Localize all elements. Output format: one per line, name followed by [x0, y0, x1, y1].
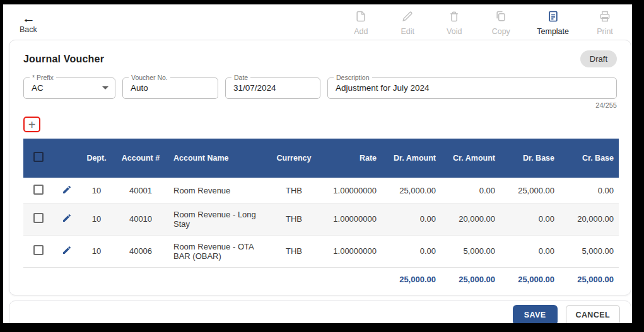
row-edit-pencil-icon[interactable]	[62, 215, 72, 225]
col-header-dr-amount: Dr. Amount	[382, 139, 441, 178]
date-label: Date	[231, 74, 250, 81]
row-checkbox[interactable]	[33, 185, 44, 195]
table-row: 10 40006 Room Revenue - OTA BAR (OBAR) T…	[23, 235, 619, 267]
total-cr-amount: 25,000.00	[441, 267, 500, 291]
cell-rate: 1.00000000	[319, 235, 382, 267]
col-header-dr-base: Dr. Base	[500, 139, 559, 178]
cell-dept: 10	[80, 235, 113, 267]
cell-dr-base: 0.00	[500, 235, 559, 267]
printer-icon	[599, 10, 611, 25]
back-button[interactable]: ← Back	[20, 12, 37, 34]
cell-cr-amount: 20,000.00	[441, 203, 500, 235]
cell-currency: THB	[269, 178, 319, 203]
col-header-cr-base: Cr. Base	[559, 139, 619, 178]
copy-label: Copy	[492, 27, 510, 36]
cell-account-name: Room Revenue - Long Stay	[168, 203, 269, 235]
col-header-account-name: Account Name	[168, 139, 269, 178]
cell-cr-amount: 0.00	[441, 178, 500, 203]
edit-label: Edit	[401, 27, 414, 36]
cell-account-no: 40001	[113, 178, 168, 203]
cell-dr-amount: 25,000.00	[382, 178, 441, 203]
prefix-select[interactable]: * Prefix AC	[23, 77, 115, 99]
cell-dr-base: 0.00	[500, 203, 559, 235]
add-line-button[interactable]: +	[23, 117, 40, 132]
copy-button[interactable]: Copy	[490, 10, 512, 36]
cell-dr-amount: 0.00	[382, 235, 441, 267]
void-label: Void	[447, 27, 462, 36]
journal-voucher-card: Journal Voucher Draft * Prefix AC Vouche…	[9, 40, 631, 295]
voucher-no-label: Voucher No.	[129, 74, 170, 81]
chevron-down-icon	[102, 86, 108, 89]
cancel-button[interactable]: CANCEL	[566, 305, 620, 323]
voucher-form: * Prefix AC Voucher No. Auto Date 31/07/…	[23, 77, 617, 99]
description-label: Description	[334, 74, 372, 81]
cell-rate: 1.00000000	[319, 178, 382, 203]
plus-icon: +	[28, 118, 36, 131]
top-toolbar: ← Back Add Edit Void	[3, 4, 632, 40]
void-button[interactable]: Void	[443, 10, 465, 36]
print-button[interactable]: Print	[594, 10, 616, 36]
table-row: 10 40010 Room Revenue - Long Stay THB 1.…	[23, 203, 619, 235]
print-label: Print	[597, 27, 613, 36]
total-dr-base: 25,000.00	[500, 267, 559, 291]
col-header-dept: Dept.	[80, 139, 113, 178]
row-checkbox[interactable]	[33, 213, 44, 223]
toolbar-actions: Add Edit Void Copy	[350, 10, 616, 36]
cell-cr-base: 0.00	[559, 178, 619, 203]
page-title: Journal Voucher	[23, 54, 104, 65]
template-button[interactable]: Template	[537, 10, 569, 36]
description-char-counter: 24/255	[23, 101, 617, 109]
cell-currency: THB	[269, 235, 319, 267]
cell-cr-base: 20,000.00	[559, 203, 619, 235]
row-edit-pencil-icon[interactable]	[62, 248, 72, 257]
cell-dept: 10	[80, 203, 113, 235]
date-field[interactable]: Date 31/07/2024	[225, 77, 320, 99]
back-arrow-icon: ←	[22, 12, 35, 25]
save-button[interactable]: SAVE	[513, 305, 558, 323]
template-document-icon	[547, 10, 559, 25]
edit-button[interactable]: Edit	[397, 10, 418, 36]
cell-account-name: Room Revenue - OTA BAR (OBAR)	[168, 235, 269, 267]
col-header-cr-amount: Cr. Amount	[441, 139, 500, 178]
app-window: ← Back Add Edit Void	[3, 4, 632, 323]
footer-action-bar: SAVE CANCEL	[9, 301, 631, 324]
add-label: Add	[354, 27, 368, 36]
total-cr-base: 25,000.00	[559, 267, 619, 291]
back-label: Back	[20, 25, 37, 34]
col-header-currency: Currency	[269, 139, 319, 178]
status-badge: Draft	[580, 50, 617, 67]
row-edit-pencil-icon[interactable]	[62, 187, 72, 197]
cell-dept: 10	[80, 178, 113, 203]
prefix-label: * Prefix	[30, 74, 56, 81]
template-label: Template	[537, 27, 569, 36]
line-items-body: 10 40001 Room Revenue THB 1.00000000 25,…	[23, 178, 619, 267]
cell-currency: THB	[269, 203, 319, 235]
select-all-checkbox[interactable]	[33, 152, 44, 162]
cell-cr-amount: 5,000.00	[441, 235, 500, 267]
cell-dr-amount: 0.00	[382, 203, 441, 235]
table-header-row: Dept. Account # Account Name Currency Ra…	[23, 139, 619, 178]
add-document-icon	[354, 10, 367, 25]
void-trash-icon	[448, 10, 460, 25]
col-header-rate: Rate	[319, 139, 382, 178]
totals-row: 25,000.00 25,000.00 25,000.00 25,000.00	[23, 267, 619, 291]
description-field[interactable]: Description Adjustment for July 2024	[327, 77, 617, 99]
voucher-no-field[interactable]: Voucher No. Auto	[122, 77, 218, 99]
line-items-table: Dept. Account # Account Name Currency Ra…	[23, 139, 619, 291]
col-header-account-no: Account #	[113, 139, 168, 178]
total-dr-amount: 25,000.00	[382, 267, 441, 291]
cell-cr-base: 5,000.00	[559, 235, 619, 267]
cell-account-name: Room Revenue	[168, 178, 269, 203]
cell-dr-base: 25,000.00	[500, 178, 559, 203]
cell-rate: 1.00000000	[319, 203, 382, 235]
edit-pencil-icon	[401, 10, 414, 25]
add-button[interactable]: Add	[350, 10, 372, 36]
row-checkbox[interactable]	[33, 245, 44, 255]
table-row: 10 40001 Room Revenue THB 1.00000000 25,…	[23, 178, 619, 203]
copy-icon	[495, 10, 507, 25]
cell-account-no: 40006	[113, 235, 168, 267]
cell-account-no: 40010	[113, 203, 168, 235]
